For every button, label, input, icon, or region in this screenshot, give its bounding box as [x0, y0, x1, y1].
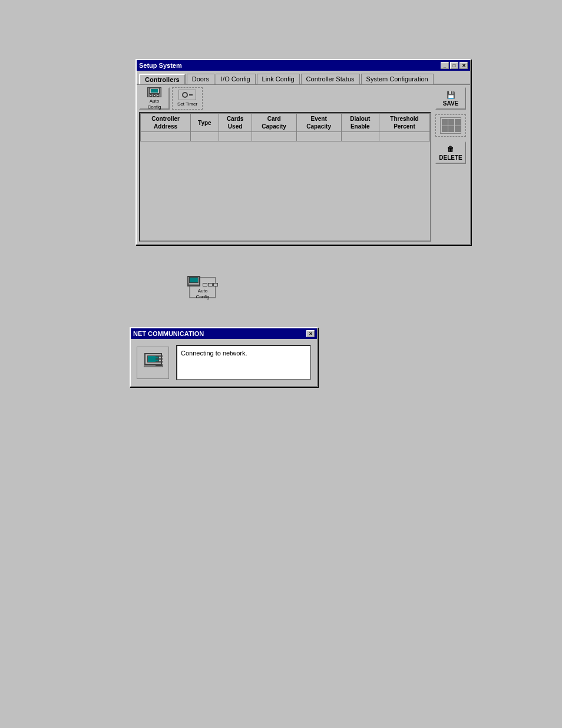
net-dialog-titlebar: NET COMMUNICATION ✕ [131, 328, 317, 339]
delete-label: DELETE [439, 154, 462, 161]
save-label: SAVE [443, 100, 459, 107]
net-dialog-content: Connecting to network. [131, 339, 317, 386]
net-icon-container [137, 347, 169, 379]
set-timer-button[interactable]: Set Timer [172, 87, 203, 110]
tab-controller-status[interactable]: Controller Status [301, 74, 360, 84]
tab-doors[interactable]: Doors [187, 74, 214, 84]
close-button[interactable]: ✕ [459, 62, 468, 69]
net-dialog-title: NET COMMUNICATION [133, 330, 204, 337]
delete-icon: 🗑 [447, 145, 454, 153]
set-timer-icon [178, 90, 196, 100]
table-row [141, 132, 430, 141]
right-panel: 💾 SAVE 🗑 DELETE [434, 87, 468, 242]
save-button[interactable]: 💾 SAVE [435, 87, 466, 110]
setup-system-window: Setup System _ □ ✕ Controllers Doors I/O… [135, 59, 471, 245]
minimize-button[interactable]: _ [441, 62, 449, 69]
controllers-table-container: ControllerAddress Type CardsUsed CardCap… [139, 112, 431, 242]
window-titlebar: Setup System _ □ ✕ [137, 60, 470, 71]
tab-link-config[interactable]: Link Config [257, 74, 300, 84]
tab-bar: Controllers Doors I/O Config Link Config… [137, 71, 470, 85]
col-header-cards-used: CardsUsed [219, 114, 252, 132]
window-controls: _ □ ✕ [441, 62, 468, 69]
controllers-table: ControllerAddress Type CardsUsed CardCap… [140, 113, 430, 141]
standalone-auto-config-icon[interactable]: AutoConfig [187, 272, 218, 303]
titlebar-title-group: Setup System [139, 62, 182, 69]
net-dialog-close-button[interactable]: ✕ [306, 330, 315, 337]
filler-btn-1 [435, 114, 466, 137]
tab-controllers[interactable]: Controllers [139, 74, 186, 84]
auto-config-label: Auto Config [143, 98, 166, 110]
net-message-box: Connecting to network. [176, 345, 311, 380]
col-header-card-capacity: CardCapacity [252, 114, 296, 132]
tab-system-configuration[interactable]: System Configuration [361, 74, 434, 84]
col-header-address: ControllerAddress [141, 114, 191, 132]
left-panel: Auto Config Set Timer [139, 87, 431, 242]
col-header-dialout-enable: DialoutEnable [341, 114, 379, 132]
auto-config-button[interactable]: Auto Config [139, 87, 170, 110]
net-computer-icon [141, 351, 165, 374]
net-message-text: Connecting to network. [181, 350, 247, 357]
tab-io-config[interactable]: I/O Config [216, 74, 256, 84]
col-header-type: Type [191, 114, 219, 132]
toolbar: Auto Config Set Timer [139, 87, 431, 110]
set-timer-label: Set Timer [177, 101, 197, 107]
window-title: Setup System [139, 62, 182, 69]
net-communication-dialog: NET COMMUNICATION ✕ [130, 327, 318, 387]
col-header-threshold-percent: ThresholdPercent [379, 114, 429, 132]
auto-config-icon-inner: AutoConfig [189, 277, 216, 298]
delete-button[interactable]: 🗑 DELETE [435, 141, 466, 164]
save-icon: 💾 [447, 91, 455, 99]
col-header-event-capacity: EventCapacity [296, 114, 341, 132]
window-content: Auto Config Set Timer [137, 85, 470, 244]
restore-button[interactable]: □ [450, 62, 458, 69]
auto-config-icon [147, 87, 161, 97]
